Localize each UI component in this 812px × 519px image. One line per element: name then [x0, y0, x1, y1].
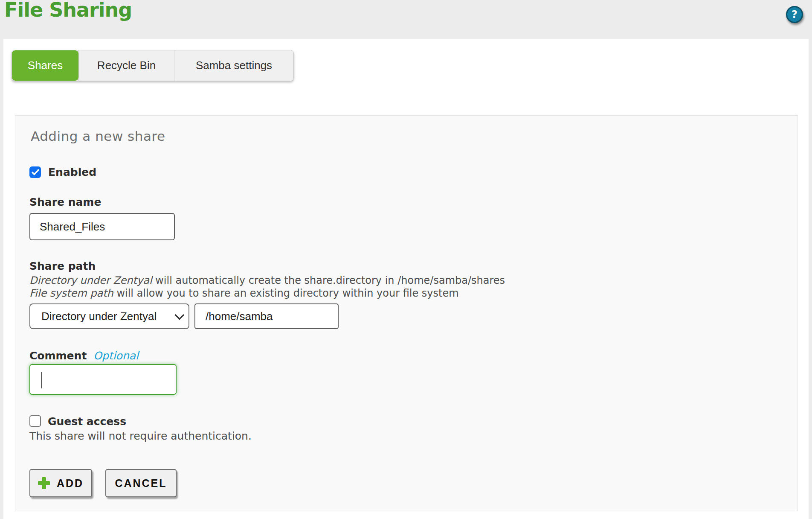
share-path-help-line-2: File system path will allow you to share…	[29, 287, 459, 299]
text-caret	[41, 372, 42, 388]
add-button[interactable]: ADD	[29, 469, 92, 497]
tab-bar: Shares Recycle Bin Samba settings	[12, 50, 294, 81]
share-name-label: Share name	[29, 196, 101, 208]
comment-input[interactable]	[29, 364, 177, 395]
share-path-row: Directory under Zentyal	[29, 303, 339, 329]
guest-access-help: This share will not require authenticati…	[29, 430, 252, 442]
comment-label: Comment	[29, 350, 87, 362]
tab-recycle-bin[interactable]: Recycle Bin	[78, 50, 174, 81]
share-path-label: Share path	[29, 260, 96, 272]
share-path-help-1-italic: Directory under Zentyal	[29, 274, 152, 286]
guest-access-row: Guest access	[29, 415, 126, 428]
share-name-input[interactable]	[29, 213, 175, 240]
chevron-down-icon	[175, 310, 185, 320]
cancel-button[interactable]: CANCEL	[105, 469, 177, 497]
share-path-help-2-italic: File system path	[29, 287, 113, 299]
share-path-help-line-1: Directory under Zentyal will automatical…	[29, 274, 505, 286]
checkmark-icon	[32, 169, 39, 175]
enabled-label: Enabled	[48, 166, 96, 178]
enabled-checkbox[interactable]	[29, 166, 41, 178]
comment-optional-label: Optional	[93, 350, 139, 362]
share-path-input[interactable]	[194, 303, 339, 329]
form-buttons-row: ADD CANCEL	[29, 469, 177, 497]
page-header: File Sharing ?	[0, 0, 812, 39]
guest-access-checkbox[interactable]	[29, 415, 41, 427]
share-path-type-select[interactable]: Directory under Zentyal	[29, 303, 189, 329]
content-area: Shares Recycle Bin Samba settings Adding…	[3, 39, 809, 519]
add-share-form-panel: Adding a new share Enabled Share name Sh…	[15, 115, 798, 511]
share-path-type-selected-value: Directory under Zentyal	[41, 310, 171, 323]
question-mark-icon: ?	[792, 9, 798, 20]
comment-label-row: Comment Optional	[29, 350, 139, 362]
enabled-row: Enabled	[29, 166, 96, 178]
help-button[interactable]: ?	[786, 6, 803, 23]
tab-shares[interactable]: Shares	[12, 50, 78, 81]
form-heading: Adding a new share	[31, 128, 165, 144]
add-button-label: ADD	[57, 477, 84, 490]
guest-access-label: Guest access	[48, 415, 126, 428]
page-title: File Sharing	[4, 0, 132, 21]
plus-icon	[38, 477, 50, 489]
cancel-button-label: CANCEL	[115, 477, 167, 490]
share-path-help-1-rest: will automatically create the share.dire…	[152, 274, 505, 286]
tab-samba-settings[interactable]: Samba settings	[174, 50, 293, 81]
share-path-help-2-rest: will allow you to share an existing dire…	[113, 287, 459, 299]
